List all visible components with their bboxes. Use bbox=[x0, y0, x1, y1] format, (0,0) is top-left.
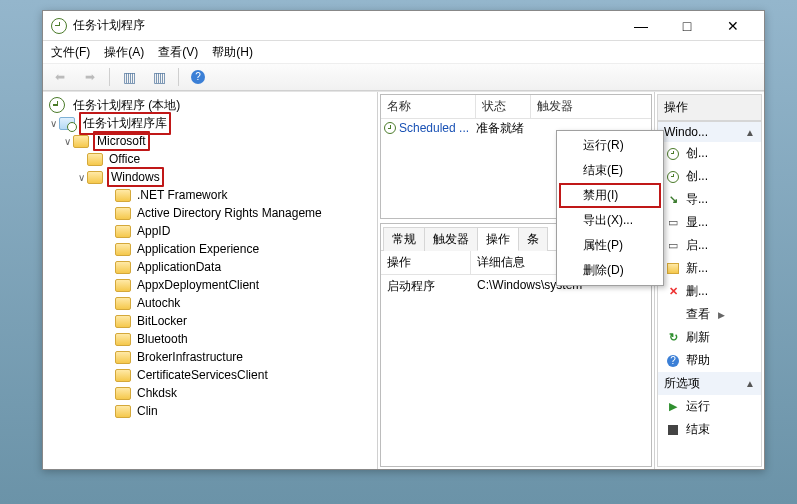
folder-icon bbox=[115, 351, 131, 364]
tree-item-label: BrokerInfrastructure bbox=[135, 349, 245, 365]
tree-microsoft[interactable]: ∨ Microsoft bbox=[43, 132, 377, 150]
toolbar-separator bbox=[109, 68, 110, 86]
tab-actions[interactable]: 操作 bbox=[477, 227, 519, 251]
action-enable-history[interactable]: 启... bbox=[658, 234, 761, 257]
action-end[interactable]: 结束 bbox=[658, 418, 761, 441]
help-icon bbox=[667, 355, 679, 367]
action-help[interactable]: 帮助 bbox=[658, 349, 761, 372]
toolbar-separator bbox=[178, 68, 179, 86]
menu-file[interactable]: 文件(F) bbox=[51, 44, 90, 61]
ctx-delete[interactable]: 删除(D) bbox=[559, 258, 661, 283]
folder-icon bbox=[115, 225, 131, 238]
ctx-end[interactable]: 结束(E) bbox=[559, 158, 661, 183]
tree-scroll[interactable]: 任务计划程序 (本地) ∨ 任务计划程序库 ∨ Microsoft Office bbox=[43, 92, 377, 469]
action-create[interactable]: 创... bbox=[658, 165, 761, 188]
collapse-icon: ▲ bbox=[745, 378, 755, 389]
menu-help[interactable]: 帮助(H) bbox=[212, 44, 253, 61]
action-refresh[interactable]: 刷新 bbox=[658, 326, 761, 349]
folder-icon bbox=[115, 243, 131, 256]
tree-office[interactable]: Office bbox=[43, 150, 377, 168]
help-icon[interactable] bbox=[191, 70, 205, 84]
tree-item[interactable]: AppxDeploymentClient bbox=[43, 276, 377, 294]
tree-item-label: AppxDeploymentClient bbox=[135, 277, 261, 293]
folder-icon bbox=[115, 261, 131, 274]
menu-view[interactable]: 查看(V) bbox=[158, 44, 198, 61]
actions-section-scope[interactable]: Windo...▲ bbox=[658, 122, 761, 142]
tree-item-label: CertificateServicesClient bbox=[135, 367, 270, 383]
close-button[interactable]: ✕ bbox=[710, 11, 756, 41]
tree-item-label: Active Directory Rights Manageme bbox=[135, 205, 324, 221]
action-import[interactable]: 导... bbox=[658, 188, 761, 211]
tree-item[interactable]: Chkdsk bbox=[43, 384, 377, 402]
tree-item[interactable]: Active Directory Rights Manageme bbox=[43, 204, 377, 222]
action-delete-folder[interactable]: 删... bbox=[658, 280, 761, 303]
menu-action[interactable]: 操作(A) bbox=[104, 44, 144, 61]
col-trigger[interactable]: 触发器 bbox=[531, 95, 652, 118]
folder-icon bbox=[115, 315, 131, 328]
action-run[interactable]: 运行 bbox=[658, 395, 761, 418]
tab-conditions[interactable]: 条 bbox=[518, 227, 548, 251]
folder-icon bbox=[115, 297, 131, 310]
ctx-run[interactable]: 运行(R) bbox=[559, 133, 661, 158]
tree-item[interactable]: Autochk bbox=[43, 294, 377, 312]
col-name[interactable]: 名称 bbox=[381, 95, 476, 118]
tree-item[interactable]: .NET Framework bbox=[43, 186, 377, 204]
tree-item[interactable]: Clin bbox=[43, 402, 377, 420]
tab-triggers[interactable]: 触发器 bbox=[424, 227, 478, 251]
props-col-action[interactable]: 操作 bbox=[381, 251, 471, 274]
history-icon bbox=[666, 239, 680, 253]
tree-item[interactable]: BitLocker bbox=[43, 312, 377, 330]
tree-item-label: Chkdsk bbox=[135, 385, 179, 401]
ctx-properties[interactable]: 属性(P) bbox=[559, 233, 661, 258]
task-icon bbox=[667, 148, 679, 160]
tree-item-label: AppID bbox=[135, 223, 172, 239]
action-type: 启动程序 bbox=[381, 275, 471, 298]
tree-item[interactable]: AppID bbox=[43, 222, 377, 240]
nav-back-button[interactable] bbox=[49, 67, 71, 87]
view-icon bbox=[666, 216, 680, 230]
folder-icon bbox=[115, 279, 131, 292]
tree-item-label: Bluetooth bbox=[135, 331, 190, 347]
folder-icon bbox=[87, 171, 103, 184]
action-view-running[interactable]: 显... bbox=[658, 211, 761, 234]
action-new-folder[interactable]: 新... bbox=[658, 257, 761, 280]
ctx-export[interactable]: 导出(X)... bbox=[559, 208, 661, 233]
folder-icon bbox=[115, 369, 131, 382]
action-view[interactable]: 查看▶ bbox=[658, 303, 761, 326]
folder-icon bbox=[115, 405, 131, 418]
folder-icon bbox=[73, 135, 89, 148]
tab-general[interactable]: 常规 bbox=[383, 227, 425, 251]
actions-section-selected[interactable]: 所选项▲ bbox=[658, 372, 761, 395]
tree-windows[interactable]: ∨ Windows bbox=[43, 168, 377, 186]
new-folder-icon bbox=[667, 263, 679, 274]
expand-icon[interactable]: ∨ bbox=[47, 118, 59, 129]
ctx-disable[interactable]: 禁用(I) bbox=[559, 183, 661, 208]
tree-library[interactable]: ∨ 任务计划程序库 bbox=[43, 114, 377, 132]
nav-forward-button[interactable] bbox=[79, 67, 101, 87]
minimize-button[interactable]: — bbox=[618, 11, 664, 41]
expand-icon[interactable]: ∨ bbox=[75, 172, 87, 183]
stop-icon bbox=[668, 425, 678, 435]
tree-office-label: Office bbox=[107, 151, 142, 167]
actions-list[interactable]: Windo...▲ 创... 创... 导... 显... 启... 新... … bbox=[657, 121, 762, 467]
tree-item-label: Application Experience bbox=[135, 241, 261, 257]
tree-item[interactable]: ApplicationData bbox=[43, 258, 377, 276]
folder-icon bbox=[115, 207, 131, 220]
tree-item[interactable]: Application Experience bbox=[43, 240, 377, 258]
toggle-console-tree-button[interactable] bbox=[118, 67, 140, 87]
tree-item[interactable]: Bluetooth bbox=[43, 330, 377, 348]
expand-icon[interactable]: ∨ bbox=[61, 136, 73, 147]
toggle-actions-pane-button[interactable] bbox=[148, 67, 170, 87]
action-create-basic[interactable]: 创... bbox=[658, 142, 761, 165]
actions-pane: 操作 Windo...▲ 创... 创... 导... 显... 启... 新.… bbox=[655, 92, 764, 469]
tree-item[interactable]: BrokerInfrastructure bbox=[43, 348, 377, 366]
scheduler-icon bbox=[49, 97, 65, 113]
maximize-button[interactable]: □ bbox=[664, 11, 710, 41]
tree-windows-label: Windows bbox=[107, 167, 164, 187]
titlebar[interactable]: 任务计划程序 — □ ✕ bbox=[43, 11, 764, 41]
tree-item[interactable]: CertificateServicesClient bbox=[43, 366, 377, 384]
window-title: 任务计划程序 bbox=[73, 17, 618, 34]
expand-icon[interactable] bbox=[75, 154, 87, 165]
actions-pane-header: 操作 bbox=[657, 94, 762, 121]
col-status[interactable]: 状态 bbox=[476, 95, 531, 118]
